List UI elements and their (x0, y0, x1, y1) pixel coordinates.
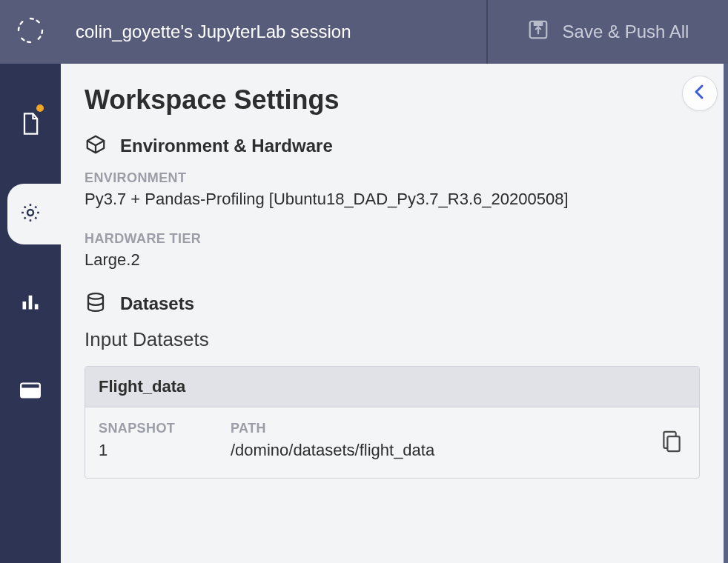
save-push-all-button[interactable]: Save & Push All (486, 0, 728, 64)
save-push-label: Save & Push All (563, 21, 689, 42)
page-title: Workspace Settings (85, 84, 700, 116)
chevron-left-icon (692, 84, 707, 103)
dataset-snapshot-value: 1 (99, 441, 225, 460)
dataset-snapshot-label: SNAPSHOT (99, 421, 225, 436)
dataset-path-label: PATH (231, 421, 652, 436)
main-panel: Workspace Settings Environment & Hardwar… (61, 64, 728, 563)
svg-point-2 (27, 210, 33, 216)
svg-rect-1 (533, 21, 543, 26)
copy-path-button[interactable] (658, 426, 686, 460)
section-title-env-hw: Environment & Hardware (120, 136, 333, 156)
section-title-datasets: Datasets (120, 293, 194, 314)
dataset-name: Flight_data (85, 367, 699, 407)
hardware-tier-label: HARDWARE TIER (85, 231, 700, 247)
dataset-card: Flight_data SNAPSHOT 1 PATH /domino/data… (85, 366, 700, 479)
svg-rect-5 (35, 304, 39, 310)
copy-icon (661, 444, 683, 456)
svg-point-9 (88, 293, 103, 299)
card-icon (20, 382, 41, 402)
sidebar-item-data[interactable] (0, 362, 61, 422)
section-head-env-hw: Environment & Hardware (85, 133, 700, 159)
gear-icon (19, 201, 42, 227)
sidebar (0, 64, 61, 563)
sidebar-item-files[interactable] (0, 95, 61, 156)
cube-icon (85, 133, 107, 159)
svg-rect-10 (667, 436, 679, 451)
input-datasets-title: Input Datasets (85, 328, 700, 351)
save-push-icon (527, 19, 549, 45)
logo-container (0, 0, 61, 64)
hardware-tier-value: Large.2 (85, 250, 700, 271)
environment-label: ENVIRONMENT (85, 170, 700, 186)
bar-chart-icon (20, 291, 41, 315)
session-title: colin_goyette's JupyterLab session (61, 0, 486, 64)
sidebar-item-analytics[interactable] (0, 273, 61, 333)
header: colin_goyette's JupyterLab session Save … (0, 0, 728, 64)
dataset-path-value: /domino/datasets/flight_data (231, 441, 652, 460)
notification-dot-icon (35, 103, 45, 113)
section-head-datasets: Datasets (85, 291, 700, 316)
svg-rect-3 (23, 302, 27, 310)
svg-rect-4 (29, 296, 33, 310)
file-icon (20, 112, 41, 139)
collapse-panel-button[interactable] (682, 76, 718, 111)
environment-value: Py3.7 + Pandas-Profiling [Ubuntu18_DAD_P… (85, 189, 700, 210)
database-icon (85, 291, 107, 316)
domino-logo-icon (16, 16, 45, 48)
sidebar-item-settings[interactable] (7, 184, 61, 244)
